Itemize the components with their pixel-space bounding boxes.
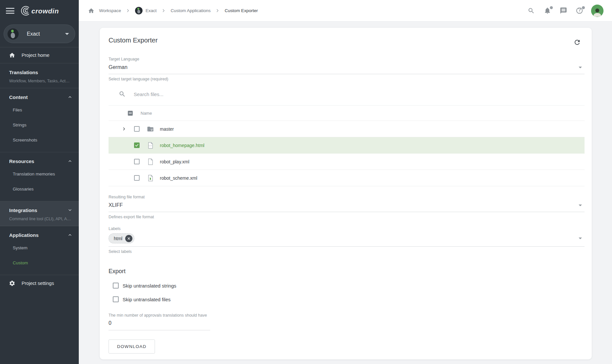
target-language-select[interactable]: German [109, 61, 585, 74]
section-title: Content [9, 94, 28, 100]
field-label: The min number of approvals translations… [109, 313, 585, 318]
checkmark-icon [135, 143, 139, 147]
sidebar-section-integrations[interactable]: Integrations Command line tool (CLI), AP… [0, 201, 79, 226]
sidebar-item-strings[interactable]: Strings [9, 117, 72, 132]
topbar-actions [527, 5, 604, 17]
breadcrumb-custom-applications[interactable]: Custom Applications [171, 8, 211, 13]
sidebar-section-translations[interactable]: Translations Workflow, Members, Tasks, A… [0, 63, 79, 88]
project-avatar [135, 7, 143, 14]
sidebar-item-files[interactable]: Files [9, 102, 72, 117]
android-file-icon [147, 174, 154, 182]
section-title: Translations [9, 70, 38, 75]
page-title: Custom Exporter [109, 37, 158, 44]
sidebar-item-glossaries[interactable]: Glossaries [9, 181, 72, 196]
row-checkbox[interactable] [134, 175, 140, 181]
select-value: German [109, 64, 128, 70]
table-row-robot-play[interactable]: robot_play.xml [109, 154, 585, 170]
labels-field: Labels html Select labels [109, 226, 585, 254]
expander-spacer [121, 175, 127, 181]
sidebar-item-project-settings[interactable]: Project settings [0, 275, 79, 291]
file-icon [147, 158, 154, 165]
table-row-robot-homepage[interactable]: </> robot_homepage.html [109, 137, 585, 154]
help-button[interactable] [575, 7, 584, 15]
checkbox[interactable] [113, 296, 119, 302]
checkbox-label: Skip untranslated files [123, 297, 171, 302]
section-subtitle: Command line tool (CLI), API, A… [9, 217, 72, 221]
table-row-master[interactable]: master [109, 121, 585, 137]
sidebar-section-applications: Applications System Custom [0, 226, 79, 275]
option-skip-untranslated-strings[interactable]: Skip untranslated strings [109, 283, 585, 289]
notification-badge [550, 6, 553, 9]
search-files-input[interactable] [134, 91, 585, 97]
sidebar-item-project-home[interactable]: Project home [0, 47, 79, 63]
sidebar-section-content: Content Files Strings Screenshots [0, 88, 79, 152]
crowdin-logo[interactable]: crowdin [19, 5, 68, 16]
file-name: master [160, 126, 174, 132]
section-toggle-content[interactable]: Content [9, 93, 72, 101]
user-avatar[interactable] [591, 5, 604, 17]
sidebar-item-screenshots[interactable]: Screenshots [9, 132, 72, 147]
target-language-field: Target Language German Select target lan… [109, 57, 585, 81]
help-badge [582, 6, 585, 9]
labels-select[interactable]: html [109, 231, 585, 247]
search-icon [119, 91, 126, 98]
row-checkbox-checked[interactable] [134, 142, 140, 148]
chevron-right-icon [215, 8, 220, 13]
sidebar-item-translation-memories[interactable]: Translation memories [9, 166, 72, 181]
option-skip-untranslated-files[interactable]: Skip untranslated files [109, 296, 585, 302]
files-table-header: Name [109, 105, 585, 121]
refresh-button[interactable] [573, 38, 581, 46]
chevron-up-icon [68, 159, 72, 163]
row-checkbox[interactable] [134, 159, 140, 164]
file-format-field: Resulting file format XLIFF Defines expo… [109, 195, 585, 219]
chevron-up-icon [68, 95, 72, 99]
select-value: XLIFF [109, 202, 123, 208]
select-all-checkbox[interactable] [128, 111, 133, 116]
field-label: Labels [109, 226, 585, 231]
hamburger-menu-icon[interactable] [6, 8, 14, 14]
chevron-up-icon [68, 233, 72, 237]
expander-spacer [121, 159, 127, 164]
remove-chip-button[interactable] [125, 235, 132, 242]
section-toggle-resources[interactable]: Resources [9, 157, 72, 165]
checkbox-label: Skip untranslated strings [123, 283, 176, 289]
breadcrumb-current-page: Custom Exporter [225, 8, 258, 13]
section-toggle-applications[interactable]: Applications [9, 231, 72, 239]
chevron-down-icon [579, 67, 582, 68]
search-button[interactable] [527, 7, 536, 15]
close-icon [127, 237, 130, 240]
sidebar-item-system[interactable]: System [9, 240, 72, 255]
approvals-number-input[interactable]: 0 [109, 318, 210, 330]
row-checkbox[interactable] [134, 126, 140, 132]
breadcrumb-project[interactable]: Exact [145, 8, 157, 13]
expand-chevron-icon[interactable] [121, 126, 127, 132]
label-chip-html[interactable]: html [109, 233, 134, 243]
chevron-right-icon [126, 8, 130, 13]
sidebar-item-custom[interactable]: Custom [9, 255, 72, 270]
breadcrumb-workspace[interactable]: Workspace [99, 8, 121, 13]
file-search [109, 87, 585, 102]
sidebar-header: crowdin [0, 0, 79, 22]
checkbox[interactable] [113, 283, 119, 289]
project-name: Exact [27, 31, 65, 37]
table-row-robot-scheme[interactable]: robot_scheme.xml [109, 170, 585, 186]
file-name: robot_play.xml [160, 159, 189, 164]
svg-text:</>: </> [149, 145, 152, 147]
person-icon [592, 7, 603, 17]
chip-label: html [114, 236, 122, 241]
gear-icon [9, 280, 15, 287]
expander-spacer [121, 143, 127, 148]
project-avatar [8, 28, 19, 40]
chevron-down-icon [68, 208, 72, 212]
project-switcher[interactable]: Exact [4, 25, 75, 43]
field-label: Target Language [109, 57, 585, 61]
section-subtitle: Workflow, Members, Tasks, Act… [9, 79, 72, 83]
home-icon[interactable] [88, 8, 94, 14]
sidebar: crowdin Exact Project home Translations … [0, 0, 79, 364]
logo-wordmark: crowdin [31, 7, 59, 15]
download-button[interactable]: DOWNLOAD [109, 339, 155, 354]
notifications-button[interactable] [543, 7, 552, 15]
file-format-select[interactable]: XLIFF [109, 199, 585, 212]
messages-button[interactable] [559, 7, 568, 15]
field-hint: Defines export file format [109, 215, 585, 219]
